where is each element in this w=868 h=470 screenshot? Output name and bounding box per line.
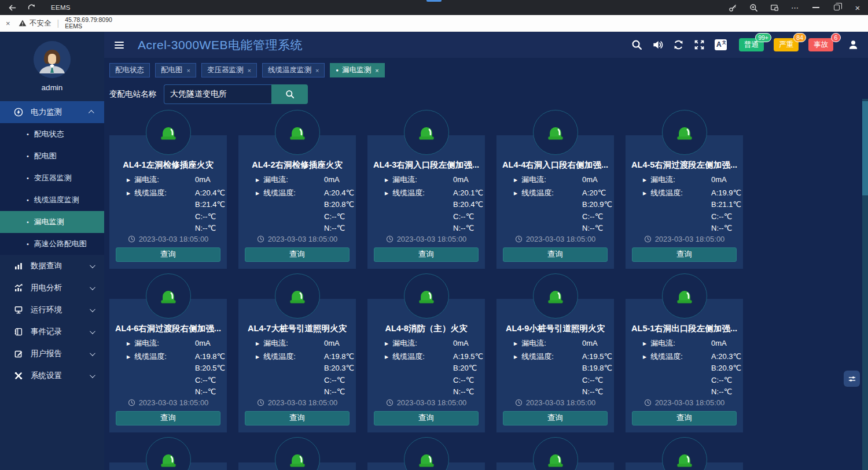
clock-icon	[386, 399, 393, 406]
search-label: 变配电站名称	[109, 89, 156, 99]
sidebar: admin 电力监测 • 配电状态 • 配电图 • 变压器监测 • 线缆温度监测…	[0, 32, 104, 470]
device-card-body: AL4-1左洞检修插座火灾 ▶漏电流: 0mA ▶线缆温度: A:20.4℃B:…	[109, 135, 227, 269]
password-key-icon[interactable]	[722, 0, 743, 15]
device-card: AL4-4右洞入口段右侧加强... ▶漏电流: 0mA ▶线缆温度: A:20℃…	[496, 110, 614, 269]
alarm-badge-button[interactable]: 普通 99+	[739, 38, 764, 51]
leakage-label: 漏电流:	[134, 338, 159, 350]
translate-icon[interactable]: A 文	[715, 39, 727, 50]
sidebar-submenu-item[interactable]: • 高速公路配电图	[0, 233, 104, 255]
fullscreen-icon[interactable]	[694, 39, 705, 50]
url-display[interactable]: 45.78.69.79:8090 EEMS	[65, 17, 112, 30]
query-button[interactable]: 查询	[116, 247, 220, 262]
tab-close-icon[interactable]: ×	[187, 67, 190, 74]
triangle-marker-icon: ▶	[643, 351, 646, 364]
cable-temp-values: A:19.9℃B:21.1℃C:--℃N:--℃	[711, 187, 741, 235]
speaker-icon[interactable]	[652, 39, 663, 50]
tab[interactable]: ● 变压器监测 ×	[201, 63, 257, 77]
triangle-marker-icon: ▶	[514, 338, 517, 350]
cast-screen-icon[interactable]	[764, 0, 785, 15]
menu-item-label: 运行环境	[31, 305, 62, 315]
alarm-badge-button[interactable]: 严重 84	[774, 38, 799, 51]
triangle-marker-icon: ▶	[127, 175, 130, 187]
green-lamp-icon	[416, 286, 437, 306]
menu-item-label: 用户报告	[31, 349, 62, 359]
sidebar-menu-item[interactable]: 电力监测	[0, 101, 104, 123]
tab-close-icon[interactable]: ×	[315, 67, 319, 74]
query-button[interactable]: 查询	[245, 411, 350, 425]
sidebar-submenu-item[interactable]: • 配电图	[0, 145, 104, 167]
window-minimize-button[interactable]	[806, 0, 826, 15]
sidebar-menu-item[interactable]: 事件记录	[0, 321, 104, 343]
sidebar-submenu-item[interactable]: • 漏电监测	[0, 211, 104, 233]
triangle-marker-icon: ▶	[127, 188, 130, 200]
cable-temp-values: A:20.1℃B:20.4℃C:--℃N:--℃	[453, 187, 483, 235]
tab-close-icon[interactable]: ×	[247, 67, 251, 74]
sidebar-submenu-item[interactable]: • 变压器监测	[0, 167, 104, 189]
sidebar-menu-item[interactable]: 运行环境	[0, 299, 104, 321]
tab[interactable]: ● 线缆温度监测 ×	[262, 63, 325, 77]
layout-settings-button[interactable]	[844, 371, 860, 387]
timestamp: 2023-03-03 18:05:00	[655, 398, 725, 407]
query-button[interactable]: 查询	[503, 411, 608, 425]
chevron-icon	[90, 328, 95, 334]
window-close-button[interactable]: ×	[847, 0, 868, 15]
user-profile-icon[interactable]	[848, 39, 859, 50]
sidebar-menu-item[interactable]: 用户报告	[0, 343, 104, 365]
search-button[interactable]	[271, 84, 308, 104]
green-lamp-icon	[545, 449, 566, 470]
tab-close-icon[interactable]: ×	[375, 67, 378, 74]
station-name-input[interactable]	[164, 84, 271, 104]
query-button[interactable]: 查询	[116, 411, 220, 425]
browser-refresh-button[interactable]	[27, 0, 36, 15]
sidebar-menu-item[interactable]: 用电分析	[0, 277, 104, 299]
green-lamp-icon	[545, 122, 566, 143]
device-card	[626, 437, 743, 470]
window-restore-button[interactable]	[826, 0, 847, 15]
zoom-in-icon[interactable]	[743, 0, 764, 15]
main-area: Acrel-3000WEB电能管理系统 A 文 普通 99+ 严重 84 事故 …	[104, 32, 868, 470]
sidebar-menu: 电力监测 • 配电状态 • 配电图 • 变压器监测 • 线缆温度监测 • 漏电监…	[0, 101, 104, 387]
status-lamp-circle	[146, 437, 191, 470]
sidebar-submenu-item[interactable]: • 配电状态	[0, 123, 104, 145]
not-secure-warning[interactable]: 不安全	[19, 18, 52, 28]
query-button[interactable]: 查询	[374, 247, 479, 262]
query-button[interactable]: 查询	[503, 247, 608, 262]
timestamp: 2023-03-03 18:05:00	[397, 235, 467, 243]
alarm-count-badge: 84	[793, 33, 806, 42]
device-title: AL4-4右洞入口段右侧加强...	[496, 160, 614, 169]
cable-temp-label: 线缆温度:	[392, 187, 425, 199]
tab[interactable]: ● 配电图 ×	[155, 63, 196, 77]
status-lamp-circle	[275, 110, 320, 155]
cable-temp-values: A:19.5℃B:19.8℃C:--℃N:--℃	[582, 351, 612, 398]
query-button[interactable]: 查询	[632, 411, 737, 425]
sidebar-menu-item[interactable]: 系统设置	[0, 365, 104, 387]
browser-back-button[interactable]	[8, 0, 17, 15]
hamburger-menu-icon[interactable]	[115, 42, 124, 49]
green-lamp-icon	[674, 449, 695, 470]
browser-menu-button[interactable]: ⋯	[785, 0, 806, 15]
scrollbar-track[interactable]	[862, 99, 868, 470]
status-lamp-circle	[146, 273, 191, 319]
scrollbar-thumb[interactable]	[862, 101, 868, 195]
alarm-badge-button[interactable]: 事故 6	[808, 38, 833, 51]
sidebar-submenu-item[interactable]: • 线缆温度监测	[0, 189, 104, 211]
chevron-icon	[90, 284, 95, 290]
search-icon[interactable]	[631, 39, 642, 50]
submenu-item-label: 高速公路配电图	[34, 239, 87, 249]
green-lamp-icon	[416, 122, 437, 143]
tab[interactable]: ● 漏电监测 ×	[330, 63, 384, 77]
green-lamp-icon	[674, 122, 695, 143]
query-button[interactable]: 查询	[632, 247, 737, 262]
timestamp-row: 2023-03-03 18:05:00	[367, 398, 485, 407]
close-icon[interactable]: ×	[6, 19, 19, 28]
cable-temp-values: A:20.4℃B:20.8℃C:--℃N:--℃	[324, 187, 354, 235]
leakage-value: 0mA	[582, 174, 598, 187]
query-button[interactable]: 查询	[245, 247, 350, 262]
query-button[interactable]: 查询	[374, 411, 479, 425]
refresh-icon[interactable]	[673, 39, 684, 50]
sidebar-menu-item[interactable]: 数据查询	[0, 255, 104, 277]
device-card-body: AL4-6右洞过渡段右侧加强... ▶漏电流: 0mA ▶线缆温度: A:19.…	[109, 299, 227, 432]
timestamp-row: 2023-03-03 18:05:00	[626, 398, 743, 407]
device-card: AL4-1左洞检修插座火灾 ▶漏电流: 0mA ▶线缆温度: A:20.4℃B:…	[109, 110, 227, 269]
tab[interactable]: ● 配电状态 ×	[109, 63, 150, 77]
